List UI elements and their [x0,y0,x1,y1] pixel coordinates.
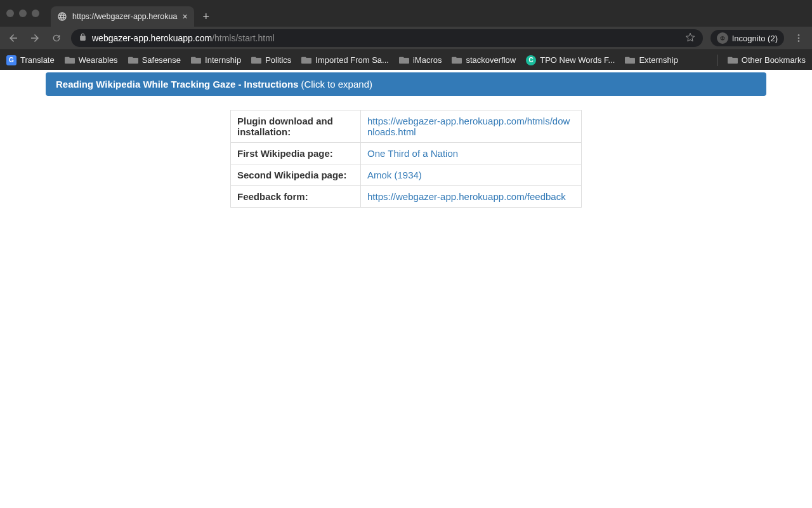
table-link[interactable]: https://webgazer-app.herokuapp.com/feedb… [367,191,566,202]
bookmark-label: Wearables [79,55,118,65]
bookmark-label: Translate [20,55,55,65]
bookmark-item[interactable]: CTPO New Words F... [526,55,615,65]
other-bookmarks[interactable]: Other Bookmarks [728,55,806,65]
tabs: https://webgazer-app.herokua × + [51,0,209,27]
folder-icon [452,56,462,65]
table-label: Feedback form: [231,186,361,208]
new-tab-button[interactable]: + [203,10,210,23]
bookmark-item[interactable]: Wearables [65,55,118,65]
bookmark-item[interactable]: stackoverflow [452,55,516,65]
folder-icon [191,56,201,65]
menu-button[interactable] [792,31,806,45]
svg-point-2 [798,40,800,42]
incognito-label: Incognito (2) [732,34,778,43]
url-path: /htmls/start.html [212,33,275,43]
browser-tab[interactable]: https://webgazer-app.herokua × [51,6,194,27]
window-controls [6,10,39,17]
table-link[interactable]: One Third of a Nation [367,148,458,159]
window-close-dot[interactable] [6,10,14,17]
table-label: First Wikipedia page: [231,143,361,164]
incognito-icon [717,32,728,44]
table-value: Amok (1934) [361,164,582,186]
bookmark-label: stackoverflow [466,55,516,65]
table-label: Second Wikipedia page: [231,164,361,186]
window-maximize-dot[interactable] [32,10,39,17]
folder-icon [625,56,635,65]
bookmark-item[interactable]: Imported From Sa... [301,55,389,65]
titlebar: https://webgazer-app.herokua × + [0,0,812,27]
table-row: Feedback form:https://webgazer-app.herok… [231,186,582,208]
folder-icon [399,56,409,65]
bookmark-label: Imported From Sa... [315,55,389,65]
bookmark-item[interactable]: GTranslate [6,55,55,65]
table-value: https://webgazer-app.herokuapp.com/htmls… [361,110,582,143]
page-content: Reading Wikipedia While Tracking Gaze - … [0,70,812,208]
svg-point-0 [798,34,800,36]
banner-title: Reading Wikipedia While Tracking Gaze - … [56,79,298,90]
forward-button[interactable] [28,31,42,45]
other-bookmarks-label: Other Bookmarks [742,55,806,65]
table-row: Plugin download and installation:https:/… [231,110,582,143]
folder-icon [301,56,311,65]
url-text: webgazer-app.herokuapp.com/htmls/start.h… [92,33,680,43]
folder-icon [128,56,138,65]
bookmark-label: Safesense [142,55,181,65]
address-bar[interactable]: webgazer-app.herokuapp.com/htmls/start.h… [71,29,703,47]
close-tab-icon[interactable]: × [182,11,187,22]
folder-icon [251,56,261,65]
table-link[interactable]: Amok (1934) [367,170,422,180]
table-value: https://webgazer-app.herokuapp.com/feedb… [361,186,582,208]
bookmark-item[interactable]: Externship [625,55,678,65]
browser-chrome: https://webgazer-app.herokua × + webgaze… [0,0,812,70]
window-minimize-dot[interactable] [19,10,27,17]
info-table: Plugin download and installation:https:/… [230,110,582,208]
folder-icon [65,56,75,65]
bookmark-item[interactable]: Safesense [128,55,181,65]
bookmark-label: TPO New Words F... [540,55,615,65]
bookmark-item[interactable]: iMacros [399,55,442,65]
reload-button[interactable] [49,31,63,45]
incognito-indicator[interactable]: Incognito (2) [710,30,784,46]
bookmark-label: Politics [265,55,291,65]
tab-title: https://webgazer-app.herokua [72,12,177,21]
table-row: First Wikipedia page:One Third of a Nati… [231,143,582,164]
translate-icon: G [6,55,16,65]
bookmark-item[interactable]: Internship [191,55,241,65]
bookmark-label: iMacros [413,55,442,65]
bookmarks-bar: GTranslateWearablesSafesenseInternshipPo… [0,50,812,70]
table-label: Plugin download and installation: [231,110,361,143]
folder-icon [728,56,738,65]
content-wrap: Plugin download and installation:https:/… [0,110,812,208]
toolbar: webgazer-app.herokuapp.com/htmls/start.h… [0,27,812,50]
tpo-icon: C [526,55,536,65]
table-link[interactable]: https://webgazer-app.herokuapp.com/htmls… [367,116,570,137]
back-button[interactable] [6,31,20,45]
url-domain: webgazer-app.herokuapp.com [92,33,212,43]
bookmark-item[interactable]: Politics [251,55,291,65]
bookmark-label: Internship [205,55,241,65]
table-row: Second Wikipedia page:Amok (1934) [231,164,582,186]
instructions-banner[interactable]: Reading Wikipedia While Tracking Gaze - … [46,72,766,96]
svg-point-1 [798,37,800,39]
bookmark-star-icon[interactable] [685,32,695,44]
globe-icon [57,11,67,22]
banner-suffix: (Click to expand) [301,79,372,90]
bookmark-label: Externship [639,55,678,65]
table-value: One Third of a Nation [361,143,582,164]
lock-icon [79,33,87,43]
